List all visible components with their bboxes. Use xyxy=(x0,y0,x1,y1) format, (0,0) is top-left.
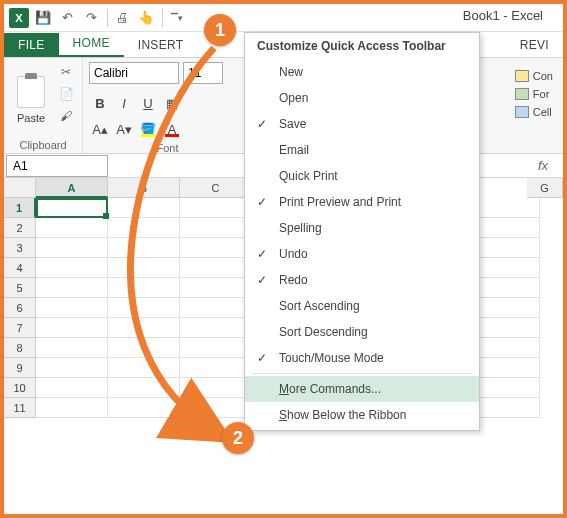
cut-icon[interactable]: ✂ xyxy=(56,62,76,82)
cell[interactable] xyxy=(36,238,108,258)
format-as-table-button[interactable]: For xyxy=(511,86,557,102)
column-header-c[interactable]: C xyxy=(180,178,252,198)
cell[interactable] xyxy=(180,258,252,278)
column-header-g[interactable]: G xyxy=(527,178,563,198)
cell[interactable] xyxy=(36,338,108,358)
name-box[interactable]: A1 xyxy=(6,155,108,177)
callout-2: 2 xyxy=(222,422,254,454)
tab-home[interactable]: HOME xyxy=(59,31,124,57)
undo-icon[interactable]: ↶ xyxy=(56,7,78,29)
cell[interactable] xyxy=(36,258,108,278)
font-name-input[interactable] xyxy=(89,62,179,84)
row-header[interactable]: 3 xyxy=(4,238,36,258)
menu-item[interactable]: Sort Ascending xyxy=(245,293,479,319)
cell[interactable] xyxy=(180,378,252,398)
menu-item[interactable]: New xyxy=(245,59,479,85)
cell[interactable] xyxy=(108,358,180,378)
cell[interactable] xyxy=(108,318,180,338)
save-icon[interactable]: 💾 xyxy=(32,7,54,29)
cell[interactable] xyxy=(180,278,252,298)
menu-item-label: New xyxy=(279,65,303,79)
cell[interactable] xyxy=(180,398,252,418)
ribbon-group-styles: Con For Cell xyxy=(505,58,563,153)
row-header[interactable]: 7 xyxy=(4,318,36,338)
cell[interactable] xyxy=(180,218,252,238)
copy-icon[interactable]: 📄 xyxy=(56,84,76,104)
menu-item[interactable]: Sort Descending xyxy=(245,319,479,345)
conditional-formatting-button[interactable]: Con xyxy=(511,68,557,84)
cell[interactable] xyxy=(180,238,252,258)
cell[interactable] xyxy=(108,238,180,258)
paste-button[interactable]: Paste xyxy=(10,62,52,137)
cell[interactable] xyxy=(36,398,108,418)
row-header[interactable]: 11 xyxy=(4,398,36,418)
font-size-input[interactable] xyxy=(183,62,223,84)
touch-mode-icon[interactable]: 👆 xyxy=(135,7,157,29)
cell[interactable] xyxy=(36,218,108,238)
cell[interactable] xyxy=(108,338,180,358)
separator xyxy=(162,9,163,27)
row-header[interactable]: 1 xyxy=(4,198,36,218)
customize-qat-dropdown-icon[interactable]: ▔▾ xyxy=(166,7,188,29)
bold-button[interactable]: B xyxy=(89,92,111,114)
menu-item[interactable]: ✓Save xyxy=(245,111,479,137)
cell[interactable] xyxy=(36,318,108,338)
cell[interactable] xyxy=(36,298,108,318)
quick-access-toolbar: X 💾 ↶ ↷ 🖨 👆 ▔▾ Book1 - Excel xyxy=(4,4,563,32)
cell[interactable] xyxy=(36,378,108,398)
cell[interactable] xyxy=(108,258,180,278)
menu-item[interactable]: Open xyxy=(245,85,479,111)
row-header[interactable]: 8 xyxy=(4,338,36,358)
menu-item-show-below-ribbon[interactable]: Show Below the Ribbon xyxy=(245,402,479,428)
redo-icon[interactable]: ↷ xyxy=(80,7,102,29)
print-preview-icon[interactable]: 🖨 xyxy=(111,7,133,29)
cell-styles-button[interactable]: Cell xyxy=(511,104,557,120)
cell[interactable] xyxy=(36,358,108,378)
row-header[interactable]: 5 xyxy=(4,278,36,298)
cell[interactable] xyxy=(108,218,180,238)
menu-item[interactable]: Email xyxy=(245,137,479,163)
row-header[interactable]: 2 xyxy=(4,218,36,238)
menu-item-more-commands[interactable]: More Commands... xyxy=(245,376,479,402)
row-header[interactable]: 4 xyxy=(4,258,36,278)
cell[interactable] xyxy=(36,278,108,298)
fill-color-button[interactable]: 🪣 xyxy=(137,118,159,140)
menu-item-label: Sort Ascending xyxy=(279,299,360,313)
menu-item[interactable]: ✓Undo xyxy=(245,241,479,267)
menu-item[interactable]: ✓Print Preview and Print xyxy=(245,189,479,215)
cell[interactable] xyxy=(180,358,252,378)
select-all-corner[interactable] xyxy=(4,178,36,198)
cell[interactable] xyxy=(108,398,180,418)
border-button[interactable]: ▦ xyxy=(161,92,183,114)
cell[interactable] xyxy=(108,378,180,398)
cell[interactable] xyxy=(36,198,108,218)
cell[interactable] xyxy=(180,338,252,358)
tab-review[interactable]: REVI xyxy=(506,33,563,57)
menu-item[interactable]: ✓Redo xyxy=(245,267,479,293)
format-painter-icon[interactable]: 🖌 xyxy=(56,106,76,126)
cell[interactable] xyxy=(108,278,180,298)
font-color-button[interactable]: A xyxy=(161,118,183,140)
menu-item-label: Print Preview and Print xyxy=(279,195,401,209)
row-header[interactable]: 6 xyxy=(4,298,36,318)
row-header[interactable]: 10 xyxy=(4,378,36,398)
row-header[interactable]: 9 xyxy=(4,358,36,378)
grow-font-button[interactable]: A▴ xyxy=(89,118,111,140)
check-icon: ✓ xyxy=(245,195,279,209)
cell[interactable] xyxy=(108,298,180,318)
menu-item[interactable]: Spelling xyxy=(245,215,479,241)
fx-icon[interactable]: fx xyxy=(531,158,555,173)
cell[interactable] xyxy=(180,198,252,218)
column-header-b[interactable]: B xyxy=(108,178,180,198)
menu-item[interactable]: ✓Touch/Mouse Mode xyxy=(245,345,479,371)
menu-item[interactable]: Quick Print xyxy=(245,163,479,189)
italic-button[interactable]: I xyxy=(113,92,135,114)
tab-insert[interactable]: INSERT xyxy=(124,33,198,57)
cell[interactable] xyxy=(180,318,252,338)
tab-file[interactable]: FILE xyxy=(4,33,59,57)
shrink-font-button[interactable]: A▾ xyxy=(113,118,135,140)
cell[interactable] xyxy=(180,298,252,318)
column-header-a[interactable]: A xyxy=(36,178,108,198)
cell[interactable] xyxy=(108,198,180,218)
underline-button[interactable]: U xyxy=(137,92,159,114)
